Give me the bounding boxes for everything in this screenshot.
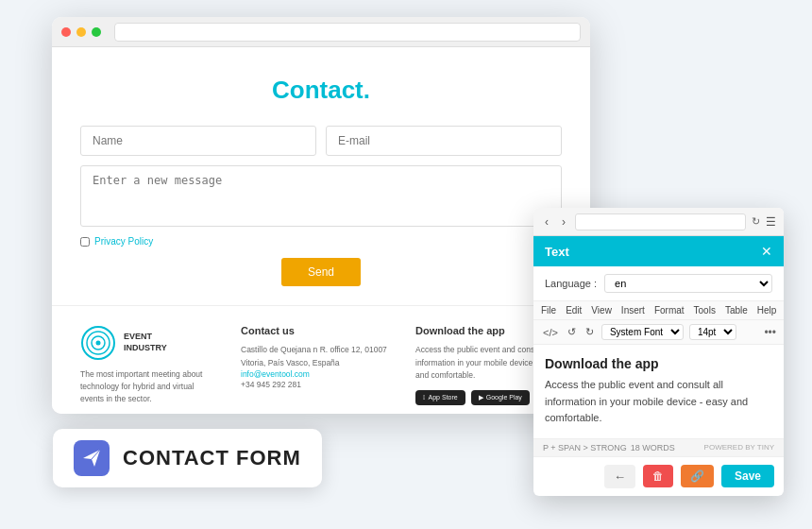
editor-format-bar: </> ↺ ↻ System Font 14pt 12pt 16pt ••• <box>533 320 784 345</box>
contact-section: Contact. Privacy Policy Send <box>52 47 590 305</box>
editor-url-bar[interactable] <box>575 213 746 230</box>
editor-back-button[interactable]: ‹ <box>541 213 552 230</box>
language-select[interactable]: en es fr <box>604 274 772 293</box>
privacy-label: Privacy Policy <box>94 236 153 247</box>
menu-table[interactable]: Table <box>725 305 748 316</box>
apple-icon:  <box>423 394 426 401</box>
footer-contact-col: Contact us Castillo de Quejana n R. offi… <box>241 325 387 392</box>
footer-brand: EVENT INDUSTRY The most important meetin… <box>80 325 212 404</box>
brand-logo-icon <box>80 325 116 361</box>
page-title: Contact. <box>80 76 562 105</box>
browser-toolbar <box>52 17 590 47</box>
menu-format[interactable]: Format <box>654 305 685 316</box>
form-row-name-email <box>80 126 562 156</box>
footer-tagline: The most important meeting about technol… <box>80 368 212 404</box>
editor-status-path: P + SPAN > STRONG <box>543 443 627 452</box>
email-input[interactable] <box>326 126 562 156</box>
footer-contact-title: Contact us <box>241 325 387 336</box>
editor-content-title: Download the app <box>545 356 772 371</box>
footer-logo: EVENT INDUSTRY <box>80 325 212 361</box>
privacy-row: Privacy Policy <box>80 236 562 247</box>
privacy-checkbox[interactable] <box>80 237 90 247</box>
editor-panel: ‹ › ↻ ☰ Text ✕ Language : en es fr File … <box>533 208 784 496</box>
name-input[interactable] <box>80 126 316 156</box>
editor-toolbar-top: ‹ › ↻ ☰ <box>533 208 784 236</box>
play-icon: ▶ <box>479 394 483 401</box>
send-button[interactable]: Send <box>281 258 361 286</box>
more-options-icon[interactable]: ••• <box>764 326 776 339</box>
editor-refresh-icon[interactable]: ↻ <box>752 215 760 228</box>
paper-plane-icon <box>81 448 102 469</box>
font-family-select[interactable]: System Font <box>601 324 684 340</box>
browser-window: Contact. Privacy Policy Send <box>52 17 590 414</box>
editor-body[interactable]: Download the app Access the public event… <box>533 345 784 438</box>
traffic-light-red[interactable] <box>61 27 71 37</box>
editor-content-body: Access the public event and consult all … <box>545 377 772 427</box>
code-button[interactable]: </> <box>541 325 560 340</box>
url-bar[interactable] <box>114 23 581 42</box>
editor-statusbar: P + SPAN > STRONG 18 WORDS POWERED BY TI… <box>533 438 784 456</box>
editor-word-count: 18 WORDS <box>631 443 675 452</box>
menu-file[interactable]: File <box>541 305 556 316</box>
powered-by-label: POWERED BY TINY <box>704 443 774 452</box>
footer-address: Castillo de Quejana n R. office 12, 0100… <box>241 344 387 369</box>
message-textarea[interactable] <box>80 165 562 227</box>
editor-menu-icon[interactable]: ☰ <box>766 215 776 229</box>
save-button[interactable]: Save <box>721 465 774 487</box>
redo-button[interactable]: ↻ <box>584 324 596 340</box>
editor-close-button[interactable]: ✕ <box>761 244 772 259</box>
font-size-select[interactable]: 14pt 12pt 16pt <box>689 324 736 340</box>
editor-panel-title: Text <box>545 245 569 259</box>
nav-secondary-button[interactable]: 🔗 <box>681 465 714 487</box>
editor-header: Text ✕ <box>533 236 784 266</box>
traffic-light-green[interactable] <box>92 27 101 37</box>
svg-point-3 <box>96 341 101 346</box>
editor-bottom-nav: ← 🗑 🔗 Save <box>533 456 784 496</box>
app-store-badge[interactable]:  App Store <box>415 390 465 405</box>
footer-phone: +34 945 292 281 <box>241 379 387 392</box>
traffic-light-yellow[interactable] <box>76 27 86 37</box>
badge-label: CONTACT FORM <box>123 446 301 470</box>
brand-name: EVENT INDUSTRY <box>124 332 167 353</box>
menu-edit[interactable]: Edit <box>566 305 582 316</box>
google-play-badge[interactable]: ▶ Google Play <box>471 390 530 405</box>
browser-content: Contact. Privacy Policy Send <box>52 47 590 414</box>
editor-lang-row: Language : en es fr <box>533 266 784 301</box>
nav-delete-button[interactable]: 🗑 <box>643 465 673 487</box>
undo-button[interactable]: ↺ <box>566 324 578 340</box>
site-footer: EVENT INDUSTRY The most important meetin… <box>52 305 590 414</box>
nav-back-button[interactable]: ← <box>604 465 635 488</box>
menu-insert[interactable]: Insert <box>621 305 645 316</box>
menu-view[interactable]: View <box>591 305 612 316</box>
menu-tools[interactable]: Tools <box>694 305 716 316</box>
contact-form-badge: CONTACT FORM <box>53 429 322 487</box>
menu-help[interactable]: Help <box>757 305 777 316</box>
badge-icon-container <box>74 440 110 476</box>
footer-email[interactable]: info@eventool.com <box>241 369 387 379</box>
editor-menubar: File Edit View Insert Format Tools Table… <box>533 301 784 320</box>
editor-forward-button[interactable]: › <box>558 213 569 230</box>
language-label: Language : <box>545 278 597 289</box>
